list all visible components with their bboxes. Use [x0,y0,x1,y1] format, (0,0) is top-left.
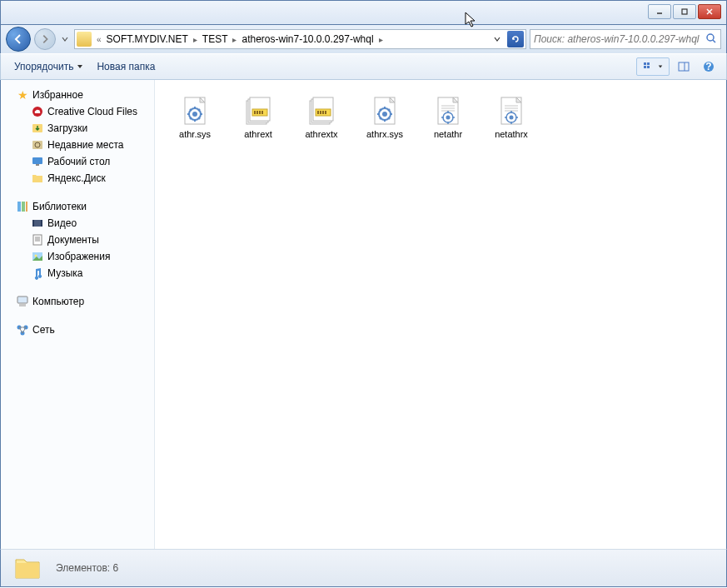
svg-line-5 [713,40,715,42]
navbar: « SOFT.MYDIV.NET ▸ TEST ▸ atheros-win7-1… [0,25,727,53]
file-icon [242,94,275,127]
breadcrumb-item[interactable]: TEST [199,30,232,48]
svg-point-4 [707,34,714,41]
svg-rect-7 [647,62,650,65]
help-button[interactable]: ? [698,57,720,76]
svg-rect-9 [647,66,650,68]
arrow-right-icon [40,34,50,44]
file-list[interactable]: athr.sysathrextathrextxathrx.sysnetathrn… [155,80,726,549]
file-name: netathrx [495,129,528,139]
view-icon [643,62,656,72]
sidebar-item-label: Недавние места [47,139,123,151]
sidebar-item-yandex[interactable]: Яндекс.Диск [1,170,154,187]
file-name: athr.sys [179,129,211,139]
file-icon [178,94,212,127]
svg-rect-10 [679,62,689,71]
svg-point-61 [382,112,387,117]
breadcrumb-label: atheros-win7-10.0.0.297-whql [242,33,373,45]
network-icon [16,323,29,336]
address-dropdown[interactable] [489,31,505,47]
sidebar-item-label: Изображения [47,251,110,262]
file-name: athrext [244,129,272,139]
sidebar-favorites[interactable]: ★ Избранное [1,87,154,103]
svg-rect-48 [256,111,258,114]
sidebar-item-creative-cloud[interactable]: Creative Cloud Files [1,103,154,120]
svg-point-67 [446,116,451,120]
file-item[interactable]: athrextx [291,90,351,143]
nav-history-dropdown[interactable] [59,31,71,47]
svg-rect-6 [644,62,646,65]
sidebar-item-pictures[interactable]: Изображения [1,248,154,265]
sidebar-item-label: Видео [47,217,77,229]
file-icon [495,94,528,127]
search-input[interactable] [534,33,705,45]
sidebar-item-label: Яндекс.Диск [47,172,106,184]
preview-pane-button[interactable] [673,57,695,76]
sidebar-item-music[interactable]: Музыка [1,265,154,282]
sidebar-item-label: Рабочий стол [47,156,110,167]
cloud-icon [31,105,44,118]
navigation-pane: ★ Избранное Creative Cloud Files Загрузк… [1,80,155,549]
sidebar-item-videos[interactable]: Видео [1,215,154,232]
sidebar-libraries[interactable]: Библиотеки [1,198,154,215]
computer-icon [16,295,29,308]
document-icon [31,233,44,247]
svg-rect-50 [261,111,263,114]
content-area: ★ Избранное Creative Cloud Files Загрузк… [0,80,727,549]
breadcrumb-item[interactable]: atheros-win7-10.0.0.297-whql [238,30,376,48]
sidebar-label: Сеть [32,324,55,336]
file-item[interactable]: athrx.sys [355,90,415,143]
chevron-down-icon [62,36,68,42]
svg-rect-26 [33,235,42,245]
file-icon [431,94,465,127]
chevron-right-icon[interactable]: ▸ [377,35,385,44]
organize-button[interactable]: Упорядочить [7,57,90,76]
sidebar-item-downloads[interactable]: Загрузки [1,120,154,137]
sidebar-network[interactable]: Сеть [1,321,154,338]
search-box[interactable] [530,29,721,49]
chevron-right-icon[interactable]: ▸ [192,35,199,44]
maximize-button[interactable] [673,4,696,19]
chevron-right-icon[interactable]: ▸ [231,35,238,44]
sidebar-item-label: Creative Cloud Files [47,106,137,117]
sidebar-item-documents[interactable]: Документы [1,232,154,248]
file-item[interactable]: athrext [228,90,288,143]
view-options-button[interactable] [636,57,670,76]
nav-back-button[interactable] [6,27,31,52]
folder-icon [12,553,42,583]
toolbar: Упорядочить Новая папка ? [0,53,727,80]
address-bar[interactable]: « SOFT.MYDIV.NET ▸ TEST ▸ atheros-win7-1… [74,29,526,49]
recent-icon [31,138,44,152]
minimize-button[interactable] [648,4,671,19]
new-folder-label: Новая папка [97,61,155,72]
svg-rect-49 [259,111,261,114]
folder-icon [31,172,44,185]
titlebar [0,0,727,25]
nav-forward-button[interactable] [34,28,56,50]
svg-rect-58 [325,111,326,114]
file-name: athrextx [305,129,337,139]
svg-rect-8 [644,66,646,68]
file-item[interactable]: athr.sys [165,90,225,143]
refresh-button[interactable] [507,31,524,47]
svg-rect-18 [32,157,42,164]
close-button[interactable] [698,4,721,19]
svg-point-31 [35,255,37,257]
sidebar-label: Избранное [32,89,83,101]
svg-rect-56 [320,111,321,114]
file-item[interactable]: netathr [418,90,478,143]
sidebar-item-recent[interactable]: Недавние места [1,137,154,153]
chevron-down-icon [494,36,500,42]
new-folder-button[interactable]: Новая папка [90,57,162,76]
search-icon[interactable] [705,32,717,47]
file-icon [368,94,401,127]
folder-icon [77,32,92,47]
video-icon [31,217,44,230]
sidebar-computer[interactable]: Компьютер [1,293,154,310]
breadcrumb-prefix: « [95,35,103,44]
sidebar-item-desktop[interactable]: Рабочий стол [1,153,154,170]
breadcrumb-item[interactable]: SOFT.MYDIV.NET [103,30,192,48]
file-icon [305,94,338,127]
file-item[interactable]: netathrx [481,90,541,143]
star-icon: ★ [16,88,29,102]
